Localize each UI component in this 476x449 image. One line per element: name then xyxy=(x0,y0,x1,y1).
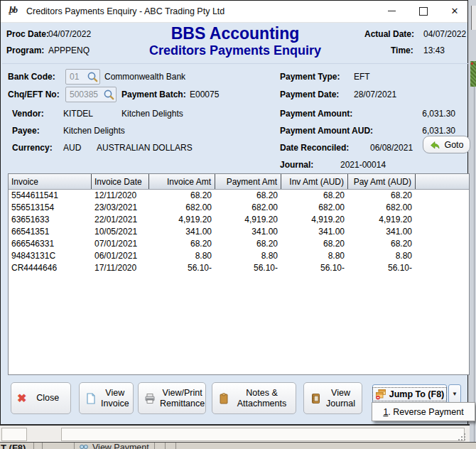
cell: 56.10- xyxy=(348,262,416,274)
bank-code-field xyxy=(65,69,100,85)
chq-eft-lookup-icon[interactable] xyxy=(103,89,115,101)
vendor-label: Vendor: xyxy=(12,109,44,119)
cell-filler xyxy=(416,214,469,226)
chq-eft-field xyxy=(65,87,117,102)
payment-amount-aud-value: 6,031.30 xyxy=(391,126,455,136)
column-header[interactable]: Invoice Date xyxy=(92,174,149,189)
cell: 10/05/2021 xyxy=(92,226,149,238)
cell: CR4444646 xyxy=(9,262,92,274)
close-button[interactable]: ✖ Close xyxy=(11,382,71,414)
chq-eft-input[interactable] xyxy=(66,90,103,99)
bank-code-input[interactable] xyxy=(66,72,87,82)
payment-amount-label: Payment Amount: xyxy=(280,109,352,119)
cell: 63651633 xyxy=(9,214,92,226)
title-bar[interactable]: bb s Creditors Payments Enquiry - ABC Tr… xyxy=(1,1,467,23)
goto-button[interactable]: Goto xyxy=(423,136,470,153)
printer-icon xyxy=(144,393,156,404)
cell: 341.00 xyxy=(149,226,215,238)
bank-code-lookup-icon[interactable] xyxy=(87,71,99,83)
payment-batch-value: E00075 xyxy=(190,90,219,99)
cell: 8.80 xyxy=(215,250,281,262)
cell: 68.20 xyxy=(348,238,416,250)
close-window-button[interactable]: ✕ xyxy=(439,1,470,21)
cell: 68.20 xyxy=(149,238,215,250)
view-journal-button[interactable]: View Journal xyxy=(303,382,362,414)
jump-to-dropdown-button[interactable]: ▼ xyxy=(448,384,461,404)
currency-code: AUD xyxy=(63,143,81,153)
jump-to-button[interactable]: Jump To (F8) xyxy=(372,384,447,404)
table-row[interactable]: CR444464617/11/202056.10-56.10-56.10-56.… xyxy=(9,262,469,274)
cell: 66541351 xyxy=(9,226,92,238)
cell: 8.80 xyxy=(348,250,416,262)
cell: 682.00 xyxy=(348,202,416,214)
status-panel-large xyxy=(61,428,465,441)
background-fragment-red xyxy=(471,63,473,65)
payment-date-label: Payment Date: xyxy=(280,90,339,99)
table-row[interactable]: 554461154112/11/202068.2068.2068.2068.20 xyxy=(9,190,469,202)
cell: 56.10- xyxy=(281,262,348,274)
cell: 4,919.20 xyxy=(215,214,281,226)
table-row[interactable]: 94843131C06/01/20218.808.808.808.80 xyxy=(9,250,469,262)
currency-name: AUSTRALIAN DOLLARS xyxy=(97,143,193,153)
cell: 56.10- xyxy=(215,262,281,274)
view-journal-label: View Journal xyxy=(325,388,356,409)
maximize-button[interactable] xyxy=(408,1,439,21)
payment-amount-value: 6,031.30 xyxy=(391,109,455,119)
close-icon: ✕ xyxy=(451,6,459,16)
cell: 4,919.20 xyxy=(348,214,416,226)
invoice-table: InvoiceInvoice DateInvoice AmtPayment Am… xyxy=(8,173,470,375)
app-icon: bb s xyxy=(8,4,22,18)
table-row[interactable]: 6365163322/01/20214,919.204,919.204,919.… xyxy=(9,214,469,226)
table-row[interactable]: 6654135110/05/2021341.00341.00341.00341.… xyxy=(9,226,469,238)
cell: 94843131C xyxy=(9,250,92,262)
background-window-right-strip xyxy=(470,0,476,449)
cell: 68.20 xyxy=(281,238,348,250)
column-header[interactable]: Invoice xyxy=(9,174,92,189)
cell: 12/11/2020 xyxy=(92,190,149,202)
date-reconciled-value: 06/08/2021 xyxy=(370,143,413,153)
view-print-remittance-button[interactable]: View/Print Remittance xyxy=(138,382,206,414)
time-value: 13:43 xyxy=(423,45,445,55)
cell: 682.00 xyxy=(149,202,215,214)
cell: 556513154 xyxy=(9,202,92,214)
cell: 341.00 xyxy=(215,226,281,238)
background-window-toolbar-strip: T (F8) View Payment xyxy=(0,442,476,449)
menu-item-reverse-payment[interactable]: 1. Reverse Payment xyxy=(383,407,463,417)
column-header[interactable]: Inv Amt (AUD) xyxy=(281,174,348,189)
background-view-payment-button: View Payment xyxy=(92,443,149,449)
invoice-table-header: InvoiceInvoice DateInvoice AmtPayment Am… xyxy=(9,174,469,190)
resize-grip[interactable] xyxy=(464,439,465,440)
vendor-code: KITDEL xyxy=(63,109,93,119)
jump-to-icon xyxy=(375,389,386,400)
column-header[interactable]: Pay Amt (AUD) xyxy=(348,174,416,189)
table-row[interactable]: 55651315423/03/2021682.00682.00682.00682… xyxy=(9,202,469,214)
view-invoice-label: View Invoice xyxy=(101,388,129,409)
jump-to-label: Jump To (F8) xyxy=(389,389,445,399)
cell: 682.00 xyxy=(215,202,281,214)
goto-label: Goto xyxy=(444,140,463,150)
cell: 5544611541 xyxy=(9,190,92,202)
bank-code-label: Bank Code: xyxy=(8,72,55,82)
cell: 23/03/2021 xyxy=(92,202,149,214)
cell-filler xyxy=(416,262,469,274)
cell: 4,919.20 xyxy=(149,214,215,226)
maximize-icon xyxy=(419,7,428,16)
creditors-payments-enquiry-dialog: bb s Creditors Payments Enquiry - ABC Tr… xyxy=(0,0,468,424)
close-x-icon: ✖ xyxy=(17,393,26,404)
column-header[interactable]: Payment Amt xyxy=(215,174,281,189)
view-invoice-button[interactable]: View Invoice xyxy=(79,382,134,414)
cell: 682.00 xyxy=(281,202,348,214)
notes-attachments-button[interactable]: Notes & Attachments xyxy=(212,382,296,414)
journal-value: 2021-00014 xyxy=(340,160,386,170)
minimize-button[interactable] xyxy=(376,1,407,21)
table-row[interactable]: 66654633107/01/202168.2068.2068.2068.20 xyxy=(9,238,469,250)
payment-amount-aud-label: Payment Amount AUD: xyxy=(280,126,373,136)
cell: 68.20 xyxy=(149,190,215,202)
cell-filler xyxy=(416,190,469,202)
background-fragment-line xyxy=(474,87,475,442)
column-header[interactable]: Invoice Amt xyxy=(149,174,215,189)
cell: 68.20 xyxy=(281,190,348,202)
view-payment-icon xyxy=(80,443,88,449)
screen: bb s Creditors Payments Enquiry - ABC Tr… xyxy=(0,0,476,449)
payment-type-value: EFT xyxy=(354,72,370,82)
